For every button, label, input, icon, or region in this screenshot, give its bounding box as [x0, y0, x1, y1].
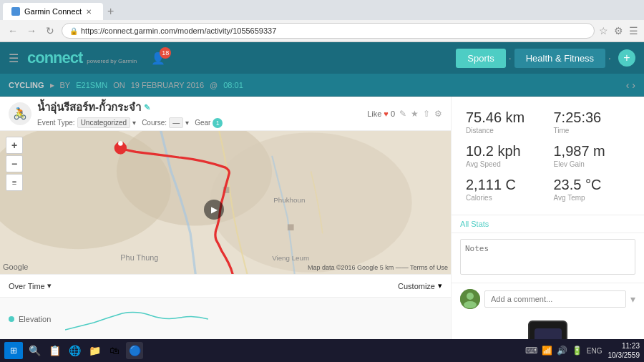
activity-date: 19 FEBRUARY 2016	[131, 81, 204, 89]
active-tab[interactable]: Garmin Connect ✕	[3, 3, 103, 20]
activity-type-breadcrumb: CYCLING	[9, 81, 44, 89]
reload-button[interactable]: ↻	[43, 25, 57, 36]
stats-grid: 75.46 km Distance 7:25:36 Time 10.2 kph …	[452, 97, 644, 215]
stat-time: 7:25:36 Time	[548, 105, 636, 139]
customize-area: Customize ▾	[398, 281, 442, 290]
gear-count-badge[interactable]: 1	[213, 118, 223, 128]
event-type-dropdown[interactable]: Uncategorized	[77, 117, 130, 128]
play-route-button[interactable]: ▶	[204, 200, 224, 220]
course-dropdown[interactable]: —	[169, 117, 183, 128]
logo-subtext: powered by Garmin	[87, 58, 137, 64]
over-time-button[interactable]: Over Time ▾	[9, 281, 52, 290]
calories-label: Calories	[466, 194, 542, 202]
elevation-chart	[65, 305, 208, 333]
stat-distance: 75.46 km Distance	[460, 105, 548, 139]
user-avatar	[460, 289, 480, 309]
next-activity-button[interactable]: ›	[632, 79, 635, 91]
all-stats-link[interactable]: All Stats	[452, 215, 644, 233]
https-icon: 🔒	[69, 27, 78, 35]
activity-info: น้ำอุ่นรีสอร์ท-กั้วกระจำ ✎ Event Type: U…	[37, 99, 361, 128]
notes-section	[452, 233, 644, 283]
author-link[interactable]: E21SMN	[76, 81, 107, 89]
taskbar-search[interactable]: 🔍	[26, 342, 43, 359]
bookmark-icon[interactable]: ☆	[599, 25, 608, 36]
notes-textarea[interactable]	[460, 239, 635, 275]
browser-chrome: Garmin Connect ✕ + ← → ↻ 🔒 https://conne…	[0, 0, 644, 42]
map-layers-button[interactable]: ≡	[6, 174, 23, 191]
dropdown-icon: ▾	[132, 119, 136, 127]
taskbar-right: ⌨ 📶 🔊 🔋 ENG 11:23 10/3/2559	[525, 341, 640, 360]
distance-value: 75.46 km	[466, 109, 542, 125]
header-nav: Sports · Health & Fitness · +	[456, 49, 635, 68]
explorer-icon: 📁	[89, 345, 101, 356]
edit-action-icon[interactable]: ✎	[399, 109, 406, 119]
calories-value: 2,111 C	[466, 177, 542, 192]
avg-temp-label: Avg Temp	[554, 194, 630, 202]
volume-icon: 🔊	[557, 346, 567, 356]
new-tab-button[interactable]: +	[103, 5, 118, 18]
like-button[interactable]: Like ♥ 0	[367, 109, 395, 118]
time-value: 7:25:36	[554, 109, 630, 125]
distance-label: Distance	[466, 127, 542, 134]
prev-activity-button[interactable]: ‹	[626, 79, 630, 91]
menu-icon[interactable]: ☰	[629, 25, 638, 36]
elevation-label: Elevation	[19, 315, 51, 323]
activity-bar: 🚴 น้ำอุ่นรีสอร์ท-กั้วกระจำ ✎ Event Type:…	[0, 97, 451, 131]
svg-text:Phu Thung: Phu Thung	[120, 253, 158, 262]
activity-meta: Event Type: Uncategorized ▾ Course: — ▾ …	[37, 117, 361, 128]
nav-separator-2: ·	[608, 52, 611, 64]
activity-title: น้ำอุ่นรีสอร์ท-กั้วกระจำ ✎	[37, 99, 361, 116]
system-icons: ⌨ 📶 🔊 🔋 ENG	[525, 346, 602, 356]
taskbar-edge[interactable]: 🌐	[66, 342, 83, 359]
store-icon: 🛍	[109, 345, 119, 356]
stat-avg-speed: 10.2 kph Avg Speed	[460, 139, 548, 172]
url-text: https://connect.garmin.com/modern/activi…	[81, 26, 276, 35]
settings-action-icon[interactable]: ⚙	[434, 109, 442, 119]
tab-close-button[interactable]: ✕	[86, 8, 92, 16]
map-container[interactable]: Phu Thung Phukhoun Vieng Leum ▶ + − ≡ ▶	[0, 131, 451, 274]
network-icon: 📶	[542, 346, 552, 356]
share-action-icon[interactable]: ⇧	[423, 109, 430, 119]
settings-icon[interactable]: ⚙	[614, 25, 623, 36]
zoom-in-button[interactable]: +	[6, 137, 23, 154]
taskbar-time: 11:23 10/3/2559	[608, 341, 640, 360]
language-indicator: ENG	[587, 347, 602, 355]
comment-input[interactable]	[484, 290, 626, 308]
like-count: 0	[391, 109, 395, 118]
taskbar-store[interactable]: 🛍	[106, 342, 123, 359]
svg-rect-5	[288, 224, 294, 230]
customize-label[interactable]: Customize	[398, 282, 435, 290]
nav-separator-1: ·	[509, 52, 512, 64]
zoom-out-button[interactable]: −	[6, 155, 23, 172]
forward-button[interactable]: →	[24, 25, 39, 36]
comment-dropdown-icon[interactable]: ▾	[630, 293, 635, 305]
edit-title-icon[interactable]: ✎	[144, 103, 150, 112]
taskbar-explorer[interactable]: 📁	[86, 342, 103, 359]
stat-avg-temp: 23.5 °C Avg Temp	[548, 172, 636, 206]
google-text: Google	[3, 263, 28, 271]
sports-nav-button[interactable]: Sports	[456, 49, 506, 68]
toolbar-icons: ☆ ⚙ ☰	[599, 25, 638, 36]
back-button[interactable]: ←	[6, 25, 20, 36]
taskbar-task-view[interactable]: 📋	[46, 342, 63, 359]
tab-bar: Garmin Connect ✕ +	[0, 0, 644, 20]
star-action-icon[interactable]: ★	[411, 109, 419, 119]
sidebar-toggle[interactable]: ☰	[9, 52, 19, 65]
activity-title-text: น้ำอุ่นรีสอร์ท-กั้วกระจำ	[37, 99, 141, 116]
customize-icon: ▾	[438, 281, 442, 290]
svg-text:Vieng Leum: Vieng Leum	[272, 254, 309, 262]
taskbar-chrome[interactable]: 🔵	[126, 342, 143, 359]
start-button[interactable]: ⊞	[4, 342, 23, 359]
elev-gain-label: Elev Gain	[554, 160, 630, 168]
svg-point-3	[210, 132, 411, 273]
health-fitness-nav-button[interactable]: Health & Fitness	[514, 49, 605, 68]
elev-gain-value: 1,987 m	[554, 143, 630, 159]
taskbar: ⊞ 🔍 📋 🌐 📁 🛍 🔵 ⌨ 📶 🔊 🔋 ENG 11:23 10/3/255…	[0, 339, 644, 362]
by-label: BY	[60, 81, 71, 89]
add-nav-button[interactable]: +	[618, 49, 635, 67]
clock-date: 10/3/2559	[608, 351, 640, 360]
garmin-device: GARMIN	[528, 321, 567, 340]
at-label: @	[210, 81, 218, 89]
tab-favicon	[11, 7, 20, 16]
url-field[interactable]: 🔒 https://connect.garmin.com/modern/acti…	[62, 23, 595, 39]
